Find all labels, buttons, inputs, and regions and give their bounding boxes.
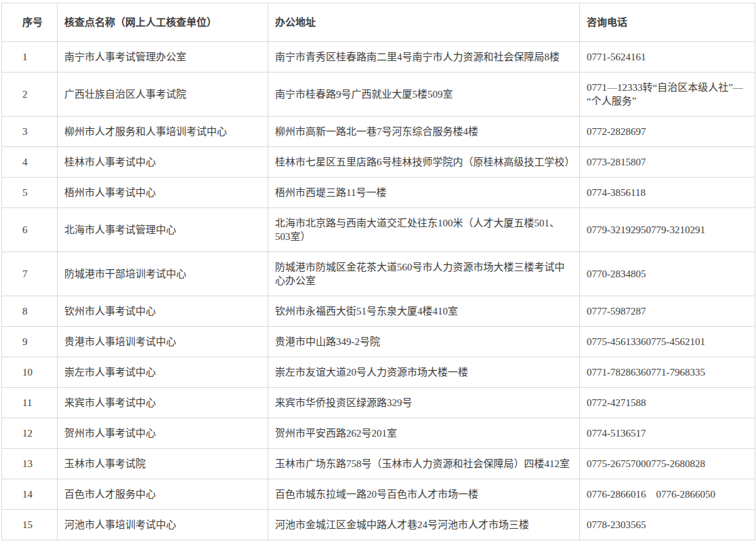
cell-phone: 0779-32192950779-3210291: [580, 208, 755, 252]
cell-index: 8: [2, 296, 58, 327]
cell-index: 4: [2, 147, 58, 178]
cell-name: 南宁市人事考试管理办公室: [58, 42, 268, 73]
cell-index: 1: [2, 42, 58, 73]
cell-address: 桂林市七星区五里店路6号桂林技师学院内（原桂林高级技工学校）: [268, 147, 580, 178]
table-row: 10崇左市人事考试中心崇左市友谊大道20号人力资源市场大楼一楼0771-7828…: [2, 357, 755, 388]
cell-index: 9: [2, 327, 58, 357]
cell-phone: 0772-4271588: [580, 388, 755, 418]
cell-phone: 0777-5987287: [580, 296, 755, 327]
cell-address: 钦州市永福西大街51号东泉大厦4楼410室: [268, 296, 580, 327]
cell-name: 钦州市人事考试中心: [58, 296, 268, 327]
cell-name: 崇左市人事考试中心: [58, 357, 268, 388]
table-row: 6北海市人事考试管理中心北海市北京路与西南大道交汇处往东100米（人才大厦五楼5…: [2, 208, 755, 252]
cell-phone: 0775-26757000775-2680828: [580, 449, 755, 479]
cell-name: 防城港市干部培训考试中心: [58, 252, 268, 296]
table-header-row: 序号 核查点名称（网上人工核查单位） 办公地址 咨询电话: [2, 3, 755, 42]
col-header-phone: 咨询电话: [580, 3, 755, 42]
cell-address: 崇左市友谊大道20号人力资源市场大楼一楼: [268, 357, 580, 388]
cell-index: 5: [2, 178, 58, 208]
table-row: 8钦州市人事考试中心钦州市永福西大街51号东泉大厦4楼410室0777-5987…: [2, 296, 755, 327]
checkpoint-table: 序号 核查点名称（网上人工核查单位） 办公地址 咨询电话 1南宁市人事考试管理办…: [1, 3, 755, 540]
cell-address: 柳州市高新一路北一巷7号河东综合服务楼4楼: [268, 117, 580, 147]
table-row: 11来宾市人事考试中心来宾市华侨投资区绿源路329号0772-4271588: [2, 388, 755, 418]
cell-address: 贵港市中山路349-2号院: [268, 327, 580, 357]
cell-name: 来宾市人事考试中心: [58, 388, 268, 418]
cell-name: 柳州市人才服务和人事培训考试中心: [58, 117, 268, 147]
cell-name: 贵港市人事培训考试中心: [58, 327, 268, 357]
table-row: 12贺州市人事考试中心贺州市平安西路262号201室0774-5136517: [2, 418, 755, 449]
cell-phone: 0773-2815807: [580, 147, 755, 178]
cell-phone: 0771-5624161: [580, 42, 755, 73]
table-row: 7防城港市干部培训考试中心防城港市防城区金花茶大道560号市人力资源市场大楼三楼…: [2, 252, 755, 296]
table-row: 15河池市人事培训考试中心河池市金城江区金城中路人才巷24号河池市人才市场三楼0…: [2, 510, 755, 540]
cell-phone: 0771—12333转“自治区本级人社”—“个人服务”: [580, 73, 755, 117]
cell-name: 玉林市人事考试院: [58, 449, 268, 479]
cell-address: 百色市城东拉域一路20号百色市人才市场一楼: [268, 479, 580, 510]
cell-phone: 0770-2834805: [580, 252, 755, 296]
cell-address: 来宾市华侨投资区绿源路329号: [268, 388, 580, 418]
col-header-name: 核查点名称（网上人工核查单位）: [58, 3, 268, 42]
cell-name: 梧州市人事考试中心: [58, 178, 268, 208]
cell-index: 13: [2, 449, 58, 479]
cell-address: 贺州市平安西路262号201室: [268, 418, 580, 449]
cell-name: 桂林市人事考试中心: [58, 147, 268, 178]
cell-phone: 0774-5136517: [580, 418, 755, 449]
cell-index: 7: [2, 252, 58, 296]
cell-phone: 0772-2828697: [580, 117, 755, 147]
cell-index: 2: [2, 73, 58, 117]
table-body: 1南宁市人事考试管理办公室南宁市青秀区桂春路南二里4号南宁市人力资源和社会保障局…: [2, 42, 755, 540]
cell-index: 10: [2, 357, 58, 388]
cell-index: 15: [2, 510, 58, 540]
page: 序号 核查点名称（网上人工核查单位） 办公地址 咨询电话 1南宁市人事考试管理办…: [0, 0, 756, 540]
cell-address: 南宁市桂春路9号广西就业大厦5楼509室: [268, 73, 580, 117]
cell-name: 百色市人才服务中心: [58, 479, 268, 510]
table-row: 1南宁市人事考试管理办公室南宁市青秀区桂春路南二里4号南宁市人力资源和社会保障局…: [2, 42, 755, 73]
col-header-index: 序号: [2, 3, 58, 42]
cell-address: 玉林市广场东路758号（玉林市人力资源和社会保障局）四楼412室: [268, 449, 580, 479]
cell-index: 12: [2, 418, 58, 449]
cell-phone: 0776-2866016 0776-2866050: [580, 479, 755, 510]
cell-name: 广西壮族自治区人事考试院: [58, 73, 268, 117]
table-row: 9贵港市人事培训考试中心贵港市中山路349-2号院0775-4561336077…: [2, 327, 755, 357]
cell-address: 防城港市防城区金花茶大道560号市人力资源市场大楼三楼考试中心办公室: [268, 252, 580, 296]
table-row: 3柳州市人才服务和人事培训考试中心柳州市高新一路北一巷7号河东综合服务楼4楼07…: [2, 117, 755, 147]
cell-address: 南宁市青秀区桂春路南二里4号南宁市人力资源和社会保障局8楼: [268, 42, 580, 73]
cell-index: 3: [2, 117, 58, 147]
cell-address: 河池市金城江区金城中路人才巷24号河池市人才市场三楼: [268, 510, 580, 540]
cell-address: 梧州市西堤三路11号一楼: [268, 178, 580, 208]
table-row: 4桂林市人事考试中心桂林市七星区五里店路6号桂林技师学院内（原桂林高级技工学校）…: [2, 147, 755, 178]
table-row: 2广西壮族自治区人事考试院南宁市桂春路9号广西就业大厦5楼509室0771—12…: [2, 73, 755, 117]
cell-address: 北海市北京路与西南大道交汇处往东100米（人才大厦五楼501、503室）: [268, 208, 580, 252]
cell-index: 11: [2, 388, 58, 418]
col-header-address: 办公地址: [268, 3, 580, 42]
cell-name: 北海市人事考试管理中心: [58, 208, 268, 252]
cell-phone: 0778-2303565: [580, 510, 755, 540]
cell-phone: 0774-3856118: [580, 178, 755, 208]
cell-phone: 0775-45613360775-4562101: [580, 327, 755, 357]
cell-name: 贺州市人事考试中心: [58, 418, 268, 449]
cell-phone: 0771-78286360771-7968335: [580, 357, 755, 388]
table-row: 14百色市人才服务中心百色市城东拉域一路20号百色市人才市场一楼0776-286…: [2, 479, 755, 510]
table-row: 5梧州市人事考试中心梧州市西堤三路11号一楼0774-3856118: [2, 178, 755, 208]
cell-name: 河池市人事培训考试中心: [58, 510, 268, 540]
cell-index: 14: [2, 479, 58, 510]
cell-index: 6: [2, 208, 58, 252]
table-row: 13玉林市人事考试院玉林市广场东路758号（玉林市人力资源和社会保障局）四楼41…: [2, 449, 755, 479]
